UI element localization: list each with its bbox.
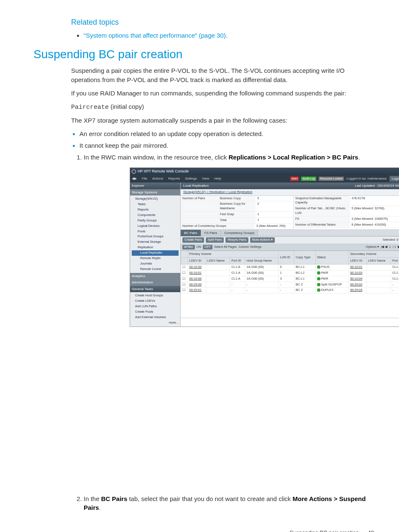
general-tasks-heading: General Tasks: [130, 286, 180, 293]
paragraph-3: The XP7 storage system automatically sus…: [71, 116, 370, 125]
gt-create-ldevs[interactable]: Create LDEVs: [132, 298, 179, 304]
row-p-ldev-id[interactable]: 00:29:00: [188, 282, 206, 288]
resource-locked-badge[interactable]: Resource Locked: [319, 177, 344, 181]
gt-create-pools[interactable]: Create Pools: [132, 309, 179, 315]
tree-remote-replication[interactable]: Remote Replic: [132, 256, 179, 261]
login-status: Logged in as: maintenance: [346, 176, 386, 181]
table-row[interactable]: ☐00:10:01CL1-A1A-G00 (00)1BC-L2PAIR00:10…: [181, 270, 399, 276]
row-lun: 0: [279, 264, 294, 270]
sum-fs-v: 1: [256, 212, 293, 217]
menu-actions[interactable]: Actions: [152, 176, 163, 181]
row-checkbox[interactable]: ☐: [181, 288, 188, 293]
tree-journals[interactable]: Journals: [132, 261, 179, 267]
storage-systems-tab[interactable]: Storage Systems: [130, 189, 180, 196]
tab-consistency-groups[interactable]: Consistency Groups: [221, 230, 258, 236]
filter-on[interactable]: ON: [197, 245, 201, 249]
menu-view[interactable]: View: [202, 176, 209, 181]
th-s-ldev-id: LDEV ID: [349, 258, 367, 265]
page-prev-icon[interactable]: |◀ ◀: [381, 245, 387, 249]
row-s-ldev-id[interactable]: 00:10:04: [349, 276, 367, 282]
sum-ncg-k: Number of Consistency Groups: [181, 224, 255, 229]
administration-section[interactable]: Administration: [130, 279, 180, 286]
gt-add-external-volumes[interactable]: Add External Volumes: [132, 315, 179, 320]
gt-add-lun-paths[interactable]: Add LUN Paths: [132, 304, 179, 309]
related-topic-link[interactable]: "System options that affect performance"…: [84, 32, 226, 39]
page-number: 1: [389, 245, 391, 249]
logout-button[interactable]: Logout: [389, 176, 399, 182]
row-s-ldev-id[interactable]: 00:29:02: [349, 282, 367, 288]
window-titlebar: HP XP7 Remote Web Console: [130, 168, 399, 175]
sum-bc-v: 5: [256, 196, 293, 201]
filter-label[interactable]: &Filter: [182, 245, 195, 249]
tree-components[interactable]: Components: [132, 213, 179, 218]
nav-back-icon[interactable]: ◀▶: [132, 176, 137, 181]
th-copy-type: Copy Type: [294, 251, 315, 265]
analytics-section[interactable]: Analytics: [130, 273, 180, 280]
table-row[interactable]: ☐00:10:00CL1-A1A-G00 (00)0BC-L1PSUS00:10…: [181, 264, 399, 270]
row-checkbox[interactable]: ☐: [181, 282, 188, 288]
pair-tabs: BC Pairs FS Pairs Consistency Groups: [181, 230, 399, 237]
options-dropdown[interactable]: Options ▾: [366, 245, 379, 249]
menu-help[interactable]: Help: [214, 176, 221, 181]
paragraph-2: If you use RAID Manager to run commands,…: [71, 89, 370, 98]
column-settings[interactable]: Column Settings: [238, 245, 261, 249]
tree-replication[interactable]: Replication: [132, 245, 179, 250]
th-status: Status: [315, 251, 349, 265]
row-p-port: -: [230, 288, 245, 293]
tree-remote-connections[interactable]: Remote Conne: [132, 267, 179, 272]
row-p-ldev-id[interactable]: 00:10:00: [188, 276, 206, 282]
row-p-ldev-name: [206, 270, 230, 276]
row-s-ldev-id[interactable]: 00:10:03: [349, 270, 367, 276]
resync-pairs-button[interactable]: Resync Pairs: [225, 237, 248, 243]
row-p-ldev-id[interactable]: 00:10:01: [188, 270, 206, 276]
tree-tasks[interactable]: Tasks: [132, 202, 179, 207]
row-s-port: CL1-A: [391, 264, 399, 270]
step-1: In the RWC main window, in the resource …: [84, 153, 370, 327]
row-p-ldev-id[interactable]: 00:29:01: [188, 288, 206, 293]
table-row[interactable]: ☐00:10:00CL1-A1A-G00 (00)3BC-L1PAIR00:10…: [181, 276, 399, 282]
gt-more[interactable]: more...: [132, 320, 179, 326]
table-row[interactable]: ☐00:29:01---BC ZDUPLEX00:29:03-: [181, 288, 399, 293]
section-heading: Suspending BC pair creation: [33, 46, 374, 63]
table-row[interactable]: ☐00:29:00---BC ZSplit /SUSPOP00:29:02-: [181, 282, 399, 288]
tree-parity-groups[interactable]: Parity Groups: [132, 218, 179, 224]
sum-npt-k: Number of Pair Tab... BC/BC Z/Auto LUN: [294, 206, 350, 216]
tree-reports[interactable]: Reports: [132, 207, 179, 213]
general-tasks-list: Create Host Groups Create LDEVs Add LUN …: [130, 292, 180, 326]
related-topic-item: "System options that affect performance"…: [84, 31, 374, 40]
row-checkbox[interactable]: ☐: [181, 270, 188, 276]
select-all-pages[interactable]: Select All Pages: [214, 245, 237, 249]
selected-count: Selected: 0 of 5: [383, 238, 399, 242]
status-icon: [317, 288, 320, 292]
tree-ports-host-groups[interactable]: Ports/Host Groups: [132, 234, 179, 239]
row-p-ldev-id[interactable]: 00:10:00: [188, 264, 206, 270]
alert-badge[interactable]: Alert: [290, 177, 299, 181]
row-s-ldev-id[interactable]: 00:29:03: [349, 288, 367, 293]
tab-fs-pairs[interactable]: FS Pairs: [201, 230, 221, 236]
row-s-ldev-id[interactable]: 00:10:01: [349, 264, 367, 270]
th-lun-id: LUN ID: [279, 251, 294, 265]
tree-logical-devices[interactable]: Logical Devices: [132, 224, 179, 229]
tree-storage[interactable]: Storage(S/N:22): [132, 196, 179, 202]
auditlog-badge[interactable]: Audit Log: [301, 177, 316, 181]
split-pairs-button[interactable]: Split Pairs: [206, 237, 224, 243]
create-pairs-button[interactable]: Create Pairs: [182, 237, 204, 243]
tab-bc-pairs[interactable]: BC Pairs: [181, 230, 201, 236]
more-actions-button[interactable]: More Actions ▾: [250, 237, 275, 243]
tree-pools[interactable]: Pools: [132, 229, 179, 234]
row-checkbox[interactable]: ☐: [181, 276, 188, 282]
row-lun: -: [279, 282, 294, 288]
sum-fs-k: Fast Snap: [218, 212, 256, 217]
row-checkbox[interactable]: ☐: [181, 264, 188, 270]
menu-reports[interactable]: Reports: [168, 176, 180, 181]
tree-local-replication[interactable]: Local Replicatio: [132, 250, 179, 256]
menu-file[interactable]: File: [142, 176, 147, 181]
row-s-ldev-name: [367, 276, 391, 282]
row-s-port: -: [391, 282, 399, 288]
tree-external-storage[interactable]: External Storage: [132, 239, 179, 245]
breadcrumb[interactable]: Storage(S/N:22) > Replication > Local Re…: [181, 189, 399, 196]
filter-off[interactable]: OFF: [203, 245, 212, 249]
menu-settings[interactable]: Settings: [185, 176, 197, 181]
summary-grid: Number of PairsBusiness Copy5 Business C…: [181, 196, 399, 230]
gt-create-host-groups[interactable]: Create Host Groups: [132, 293, 179, 298]
